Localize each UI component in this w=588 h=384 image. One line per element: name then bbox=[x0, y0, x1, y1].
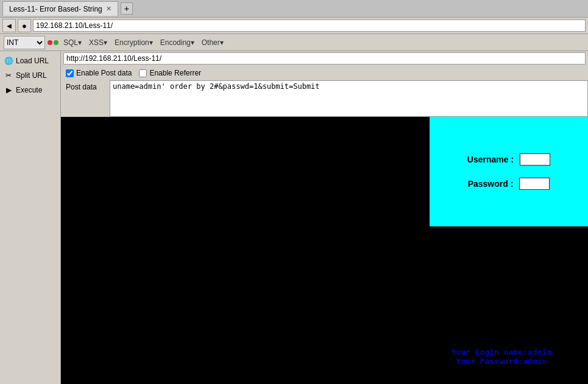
left-panel: 🌐 Load URL ✂ Split URL ▶ Execute bbox=[0, 51, 61, 384]
password-row: Password : bbox=[468, 178, 550, 190]
red-dot bbox=[48, 40, 52, 45]
menu-xss[interactable]: XSS▾ bbox=[87, 37, 110, 48]
split-url-button[interactable]: ✂ Split URL bbox=[0, 68, 60, 83]
toolbar: INT STRING TEXT SQL▾ XSS▾ Encryption▾ En… bbox=[0, 34, 588, 51]
login-info: Your Login name:admin Your Password:admi… bbox=[452, 347, 551, 366]
new-tab-button[interactable]: + bbox=[121, 2, 133, 15]
enable-post-data-label: Enable Post data bbox=[76, 69, 132, 77]
post-data-row: Post data uname=admin' order by 2#&passw… bbox=[61, 80, 588, 117]
enable-referrer-label: Enable Referrer bbox=[149, 69, 201, 77]
username-input[interactable] bbox=[520, 153, 550, 166]
tab-close-icon[interactable]: ✕ bbox=[106, 5, 112, 13]
nav-bar: ◄ ● bbox=[0, 17, 588, 34]
checkboxes-row: Enable Post data Enable Referrer bbox=[61, 66, 588, 80]
right-panel: Enable Post data Enable Referrer Post da… bbox=[61, 51, 588, 384]
username-label: Username : bbox=[467, 155, 514, 164]
load-url-button[interactable]: 🌐 Load URL bbox=[0, 54, 60, 68]
address-bar[interactable] bbox=[33, 19, 586, 32]
menu-other[interactable]: Other▾ bbox=[199, 37, 226, 48]
main-area: 🌐 Load URL ✂ Split URL ▶ Execute Enable … bbox=[0, 51, 588, 384]
enable-referrer-checkbox[interactable] bbox=[139, 69, 147, 77]
password-input[interactable] bbox=[519, 178, 550, 190]
enable-post-data-checkbox[interactable] bbox=[66, 69, 74, 77]
back-icon: ◄ bbox=[5, 21, 13, 30]
back-button[interactable]: ◄ bbox=[2, 19, 16, 32]
active-tab[interactable]: Less-11- Error Based- String ✕ bbox=[2, 1, 118, 16]
login-password-text: Your Password:admin bbox=[452, 357, 551, 366]
enable-referrer-item: Enable Referrer bbox=[139, 69, 201, 77]
login-name-text: Your Login name:admin bbox=[452, 347, 551, 357]
menu-encryption[interactable]: Encryption▾ bbox=[112, 37, 155, 48]
login-form-box: Username : Password : bbox=[430, 117, 588, 226]
forward-icon: ● bbox=[22, 21, 27, 30]
password-label: Password : bbox=[468, 179, 514, 189]
post-data-label: Post data bbox=[61, 80, 110, 117]
execute-icon: ▶ bbox=[4, 85, 13, 95]
enable-post-data-item: Enable Post data bbox=[66, 69, 132, 77]
execute-label: Execute bbox=[16, 86, 42, 94]
load-url-label: Load URL bbox=[16, 57, 49, 65]
menu-encoding[interactable]: Encoding▾ bbox=[158, 37, 197, 48]
web-content: Username : Password : Your Login name:ad… bbox=[61, 117, 588, 384]
type-select[interactable]: INT STRING TEXT bbox=[4, 36, 45, 49]
split-url-icon: ✂ bbox=[4, 71, 13, 80]
split-url-label: Split URL bbox=[16, 71, 47, 80]
url-input[interactable] bbox=[63, 52, 586, 65]
post-data-textarea[interactable]: uname=admin' order by 2#&passwd=1&submit… bbox=[110, 80, 588, 117]
status-dots bbox=[48, 40, 58, 45]
menu-sql[interactable]: SQL▾ bbox=[61, 37, 84, 48]
url-row bbox=[61, 51, 588, 66]
tab-label: Less-11- Error Based- String bbox=[9, 5, 102, 13]
green-dot bbox=[54, 40, 58, 45]
execute-button[interactable]: ▶ Execute bbox=[0, 83, 60, 97]
username-row: Username : bbox=[467, 153, 550, 166]
browser-tabs: Less-11- Error Based- String ✕ + bbox=[0, 0, 588, 17]
load-url-icon: 🌐 bbox=[4, 56, 13, 66]
forward-button[interactable]: ● bbox=[18, 19, 31, 32]
